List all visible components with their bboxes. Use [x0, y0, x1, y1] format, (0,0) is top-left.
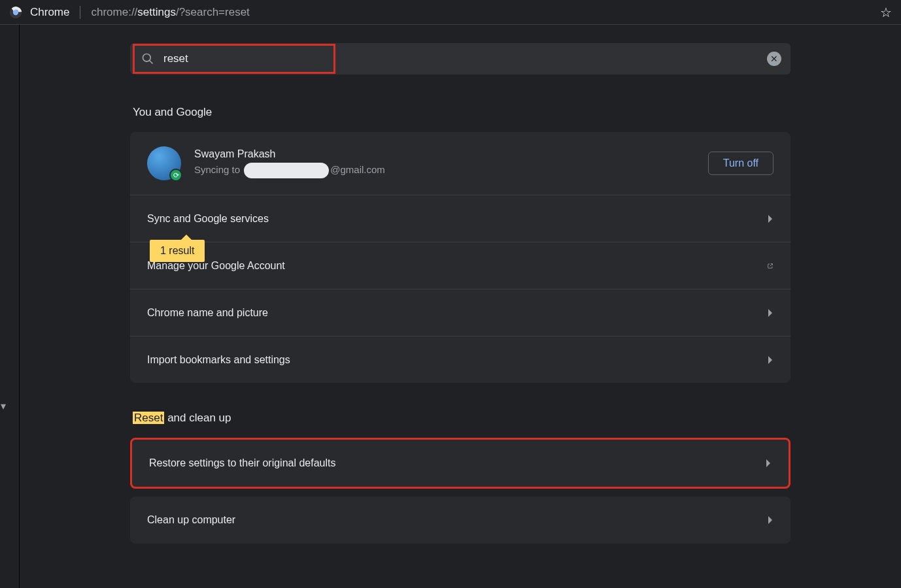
redacted-email: [244, 163, 329, 178]
search-result-tooltip: 1 result: [150, 240, 205, 262]
chevron-right-icon: [767, 308, 774, 318]
row-sync-services[interactable]: Sync and Google services: [130, 195, 790, 242]
sync-badge-icon: ⟳: [169, 169, 182, 182]
search-box-highlighted: [133, 44, 335, 74]
row-manage-account[interactable]: Manage your Google Account: [130, 242, 790, 289]
chevron-down-icon: ▾: [1, 400, 6, 412]
profile-row: ⟳ Swayam Prakash Syncing to @gmail.com T…: [130, 132, 790, 195]
cleanup-card: Clean up computer: [130, 497, 790, 544]
sidebar-item[interactable]: gle: [0, 116, 19, 146]
sidebar-item[interactable]: ecurity: [0, 224, 19, 253]
close-icon: ✕: [770, 54, 778, 64]
profile-sync-status: Syncing to @gmail.com: [194, 163, 385, 178]
settings-search-bar: ✕: [130, 43, 790, 74]
sidebar: gle ecurity e ser ▾: [0, 25, 20, 588]
bookmark-star-icon[interactable]: ☆: [880, 5, 892, 20]
turn-off-sync-button[interactable]: Turn off: [708, 152, 774, 175]
clear-search-button[interactable]: ✕: [767, 52, 781, 66]
sidebar-item[interactable]: e: [0, 293, 19, 322]
row-clean-up-computer[interactable]: Clean up computer: [130, 497, 790, 544]
avatar: ⟳: [147, 146, 181, 180]
chrome-logo-icon: [9, 6, 22, 19]
section-title-you-google: You and Google: [130, 106, 790, 119]
content: ✕ You and Google ⟳ Swayam Prakash Syncin…: [20, 25, 901, 588]
restore-defaults-card: Restore settings to their original defau…: [130, 438, 790, 489]
sidebar-advanced[interactable]: ▾: [0, 391, 19, 421]
profile-name: Swayam Prakash: [194, 148, 385, 160]
omnibox-url[interactable]: chrome://settings/?search=reset: [91, 6, 249, 19]
section-title-reset: Reset and clean up: [130, 412, 790, 425]
sidebar-extensions[interactable]: [0, 433, 19, 464]
chevron-right-icon: [767, 515, 774, 525]
search-icon: [141, 52, 154, 65]
search-input[interactable]: [163, 52, 242, 65]
sidebar-item[interactable]: ser: [0, 322, 19, 351]
chevron-right-icon: [767, 214, 774, 223]
external-link-icon: [767, 261, 774, 270]
omnibox-title: Chrome: [30, 6, 69, 19]
chevron-right-icon: [767, 355, 774, 365]
chevron-right-icon: [765, 459, 772, 468]
svg-line-3: [150, 61, 153, 64]
highlight-match: Reset: [133, 412, 164, 424]
omnibox-divider: [80, 6, 80, 19]
svg-point-2: [143, 54, 151, 62]
row-restore-defaults[interactable]: Restore settings to their original defau…: [132, 440, 789, 487]
you-and-google-card: ⟳ Swayam Prakash Syncing to @gmail.com T…: [130, 132, 790, 383]
row-chrome-name-picture[interactable]: Chrome name and picture: [130, 289, 790, 336]
omnibox: Chrome chrome://settings/?search=reset ☆: [0, 0, 901, 25]
row-import-bookmarks[interactable]: Import bookmarks and settings: [130, 336, 790, 383]
